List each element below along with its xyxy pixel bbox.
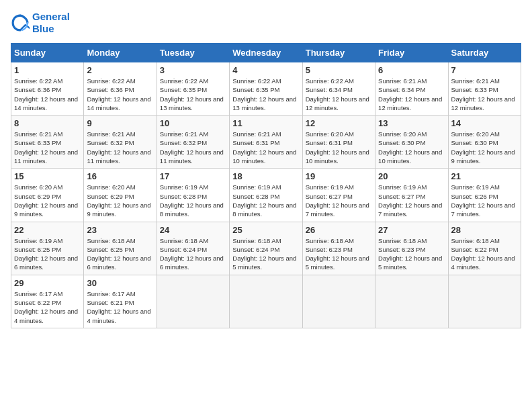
calendar-cell: 29 Sunrise: 6:17 AMSunset: 6:22 PMDaylig… <box>11 275 84 328</box>
day-number: 2 <box>87 65 153 75</box>
weekday-header-monday: Monday <box>84 44 157 62</box>
day-info: Sunrise: 6:17 AMSunset: 6:21 PMDaylight:… <box>87 290 150 324</box>
calendar-container: General Blue SundayMondayTuesdayWednesda… <box>0 0 532 334</box>
calendar-cell: 12 Sunrise: 6:20 AMSunset: 6:31 PMDaylig… <box>302 116 375 169</box>
calendar-cell: 17 Sunrise: 6:19 AMSunset: 6:28 PMDaylig… <box>157 169 229 222</box>
weekday-header-thursday: Thursday <box>302 44 375 62</box>
calendar-cell: 2 Sunrise: 6:22 AMSunset: 6:36 PMDayligh… <box>84 62 157 116</box>
day-info: Sunrise: 6:20 AMSunset: 6:29 PMDaylight:… <box>87 183 150 218</box>
day-info: Sunrise: 6:22 AMSunset: 6:35 PMDaylight:… <box>160 77 224 111</box>
weekday-header-sunday: Sunday <box>11 44 84 62</box>
day-info: Sunrise: 6:18 AMSunset: 6:24 PMDaylight:… <box>160 237 224 271</box>
calendar-cell: 15 Sunrise: 6:20 AMSunset: 6:29 PMDaylig… <box>11 169 84 222</box>
day-info: Sunrise: 6:19 AMSunset: 6:28 PMDaylight:… <box>232 183 296 218</box>
day-info: Sunrise: 6:22 AMSunset: 6:36 PMDaylight:… <box>87 77 150 111</box>
calendar-cell: 6 Sunrise: 6:21 AMSunset: 6:34 PMDayligh… <box>375 62 448 116</box>
calendar-cell: 25 Sunrise: 6:18 AMSunset: 6:24 PMDaylig… <box>230 222 302 275</box>
logo: General Blue <box>11 11 70 35</box>
week-row-5: 29 Sunrise: 6:17 AMSunset: 6:22 PMDaylig… <box>11 275 521 328</box>
calendar-cell: 23 Sunrise: 6:18 AMSunset: 6:25 PMDaylig… <box>84 222 157 275</box>
day-number: 21 <box>451 171 518 181</box>
calendar-cell: 28 Sunrise: 6:18 AMSunset: 6:22 PMDaylig… <box>448 222 521 275</box>
calendar-cell: 4 Sunrise: 6:22 AMSunset: 6:35 PMDayligh… <box>230 62 302 116</box>
calendar-cell: 13 Sunrise: 6:20 AMSunset: 6:30 PMDaylig… <box>375 116 448 169</box>
day-number: 19 <box>306 171 372 181</box>
calendar-cell: 11 Sunrise: 6:21 AMSunset: 6:31 PMDaylig… <box>230 116 302 169</box>
day-info: Sunrise: 6:20 AMSunset: 6:29 PMDaylight:… <box>14 183 78 218</box>
day-info: Sunrise: 6:20 AMSunset: 6:30 PMDaylight:… <box>451 130 515 165</box>
day-number: 18 <box>232 171 299 181</box>
calendar-cell: 22 Sunrise: 6:19 AMSunset: 6:25 PMDaylig… <box>11 222 84 275</box>
day-info: Sunrise: 6:22 AMSunset: 6:35 PMDaylight:… <box>232 77 296 111</box>
week-row-2: 8 Sunrise: 6:21 AMSunset: 6:33 PMDayligh… <box>11 116 521 169</box>
day-info: Sunrise: 6:19 AMSunset: 6:28 PMDaylight:… <box>160 183 224 218</box>
day-info: Sunrise: 6:18 AMSunset: 6:24 PMDaylight:… <box>232 237 296 271</box>
weekday-header-friday: Friday <box>375 44 448 62</box>
day-number: 11 <box>232 118 299 128</box>
calendar-table: SundayMondayTuesdayWednesdayThursdayFrid… <box>11 43 521 328</box>
day-info: Sunrise: 6:17 AMSunset: 6:22 PMDaylight:… <box>14 290 78 324</box>
calendar-cell: 27 Sunrise: 6:18 AMSunset: 6:23 PMDaylig… <box>375 222 448 275</box>
weekday-header-saturday: Saturday <box>448 44 521 62</box>
week-row-4: 22 Sunrise: 6:19 AMSunset: 6:25 PMDaylig… <box>11 222 521 275</box>
day-info: Sunrise: 6:21 AMSunset: 6:31 PMDaylight:… <box>232 130 296 165</box>
day-number: 4 <box>232 65 299 75</box>
day-number: 13 <box>378 118 445 128</box>
calendar-cell <box>302 275 375 328</box>
day-info: Sunrise: 6:20 AMSunset: 6:31 PMDaylight:… <box>306 130 369 165</box>
day-number: 29 <box>14 278 81 288</box>
calendar-cell <box>375 275 448 328</box>
week-row-1: 1 Sunrise: 6:22 AMSunset: 6:36 PMDayligh… <box>11 62 521 116</box>
day-info: Sunrise: 6:19 AMSunset: 6:27 PMDaylight:… <box>378 183 442 218</box>
calendar-cell: 26 Sunrise: 6:18 AMSunset: 6:23 PMDaylig… <box>302 222 375 275</box>
calendar-cell: 20 Sunrise: 6:19 AMSunset: 6:27 PMDaylig… <box>375 169 448 222</box>
calendar-cell: 8 Sunrise: 6:21 AMSunset: 6:33 PMDayligh… <box>11 116 84 169</box>
logo-text: General Blue <box>32 11 70 35</box>
calendar-cell: 14 Sunrise: 6:20 AMSunset: 6:30 PMDaylig… <box>448 116 521 169</box>
day-info: Sunrise: 6:19 AMSunset: 6:26 PMDaylight:… <box>451 183 515 218</box>
day-info: Sunrise: 6:22 AMSunset: 6:34 PMDaylight:… <box>306 77 369 111</box>
day-number: 23 <box>87 225 153 235</box>
day-info: Sunrise: 6:19 AMSunset: 6:27 PMDaylight:… <box>306 183 369 218</box>
day-info: Sunrise: 6:18 AMSunset: 6:23 PMDaylight:… <box>306 237 369 271</box>
day-info: Sunrise: 6:21 AMSunset: 6:32 PMDaylight:… <box>160 130 224 165</box>
day-info: Sunrise: 6:21 AMSunset: 6:33 PMDaylight:… <box>451 77 515 111</box>
day-info: Sunrise: 6:18 AMSunset: 6:25 PMDaylight:… <box>87 237 150 271</box>
day-number: 9 <box>87 118 153 128</box>
day-number: 15 <box>14 171 81 181</box>
day-number: 8 <box>14 118 81 128</box>
calendar-cell <box>230 275 302 328</box>
day-number: 16 <box>87 171 153 181</box>
weekday-header-row: SundayMondayTuesdayWednesdayThursdayFrid… <box>11 44 521 62</box>
day-info: Sunrise: 6:19 AMSunset: 6:25 PMDaylight:… <box>14 237 78 271</box>
calendar-cell: 7 Sunrise: 6:21 AMSunset: 6:33 PMDayligh… <box>448 62 521 116</box>
calendar-cell: 10 Sunrise: 6:21 AMSunset: 6:32 PMDaylig… <box>157 116 229 169</box>
day-info: Sunrise: 6:21 AMSunset: 6:33 PMDaylight:… <box>14 130 78 165</box>
day-number: 17 <box>160 171 226 181</box>
day-info: Sunrise: 6:20 AMSunset: 6:30 PMDaylight:… <box>378 130 442 165</box>
day-info: Sunrise: 6:21 AMSunset: 6:34 PMDaylight:… <box>378 77 442 111</box>
calendar-cell: 21 Sunrise: 6:19 AMSunset: 6:26 PMDaylig… <box>448 169 521 222</box>
calendar-cell: 16 Sunrise: 6:20 AMSunset: 6:29 PMDaylig… <box>84 169 157 222</box>
day-number: 10 <box>160 118 226 128</box>
calendar-cell: 24 Sunrise: 6:18 AMSunset: 6:24 PMDaylig… <box>157 222 229 275</box>
day-number: 1 <box>14 65 81 75</box>
day-number: 26 <box>306 225 372 235</box>
calendar-cell <box>448 275 521 328</box>
day-number: 24 <box>160 225 226 235</box>
calendar-cell: 1 Sunrise: 6:22 AMSunset: 6:36 PMDayligh… <box>11 62 84 116</box>
day-number: 28 <box>451 225 518 235</box>
day-number: 7 <box>451 65 518 75</box>
day-info: Sunrise: 6:22 AMSunset: 6:36 PMDaylight:… <box>14 77 78 111</box>
calendar-cell: 18 Sunrise: 6:19 AMSunset: 6:28 PMDaylig… <box>230 169 302 222</box>
calendar-cell <box>157 275 229 328</box>
header: General Blue <box>11 11 521 35</box>
day-info: Sunrise: 6:21 AMSunset: 6:32 PMDaylight:… <box>87 130 150 165</box>
calendar-cell: 19 Sunrise: 6:19 AMSunset: 6:27 PMDaylig… <box>302 169 375 222</box>
week-row-3: 15 Sunrise: 6:20 AMSunset: 6:29 PMDaylig… <box>11 169 521 222</box>
day-number: 30 <box>87 278 153 288</box>
day-number: 25 <box>232 225 299 235</box>
day-number: 5 <box>306 65 372 75</box>
logo-icon <box>11 13 30 32</box>
day-number: 27 <box>378 225 445 235</box>
